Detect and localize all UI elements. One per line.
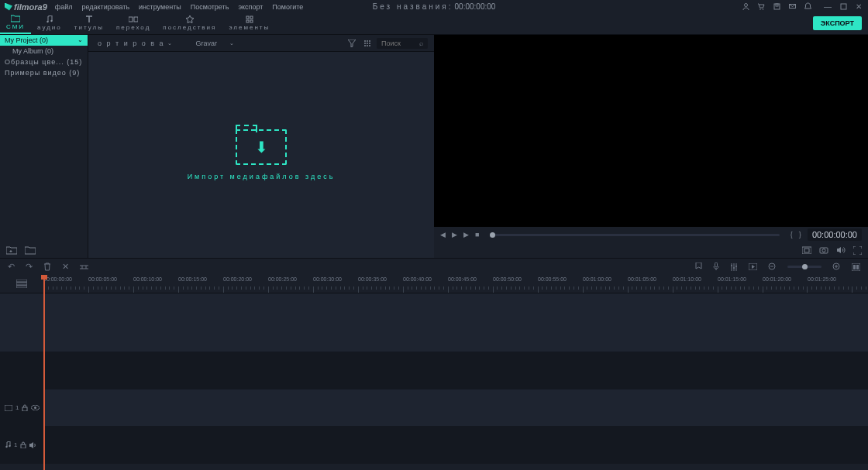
camera-icon[interactable] bbox=[819, 246, 828, 254]
save-icon[interactable] bbox=[772, 2, 781, 12]
menu-help[interactable]: Помогите bbox=[272, 3, 303, 11]
message-icon[interactable] bbox=[787, 2, 797, 12]
preview-panel: ◀ ▶ ▶ ■ { } 00:00:00:00 bbox=[434, 35, 868, 258]
seek-handle[interactable] bbox=[490, 232, 495, 238]
folder-icon[interactable] bbox=[25, 246, 36, 255]
snapshot-icon[interactable] bbox=[802, 246, 811, 254]
audio-track[interactable]: 1 bbox=[0, 427, 868, 464]
track-manager-icon[interactable] bbox=[16, 280, 27, 288]
redo-icon[interactable]: ↷ bbox=[26, 262, 33, 272]
zoom-slider[interactable] bbox=[787, 266, 822, 268]
tab-audio[interactable]: аудио bbox=[31, 12, 68, 34]
track-spacer-dark bbox=[0, 352, 868, 389]
ruler-label: 00:01:05:00 bbox=[628, 275, 673, 282]
sort-dropdown[interactable]: о р т и р о в а ⌄ bbox=[95, 39, 177, 47]
prev-frame-icon[interactable]: ◀ bbox=[440, 231, 446, 238]
svg-point-31 bbox=[735, 266, 737, 267]
svg-rect-25 bbox=[804, 249, 809, 252]
crop-icon[interactable] bbox=[80, 263, 88, 271]
mark-out-icon[interactable]: } bbox=[799, 231, 801, 238]
play-icon[interactable]: ▶ bbox=[452, 231, 457, 238]
ruler-label: 00:00:20:00 bbox=[223, 275, 268, 282]
menu-view[interactable]: Посмотреть bbox=[191, 3, 229, 11]
svg-rect-35 bbox=[852, 263, 860, 271]
speaker-icon[interactable] bbox=[29, 442, 37, 448]
render-icon[interactable] bbox=[749, 263, 757, 270]
zoom-handle[interactable] bbox=[802, 264, 808, 269]
sidebar-item-examples[interactable]: Примеры видео (9) bbox=[0, 67, 88, 78]
tabs-row: СМИ аудио титулы переход последствия эле… bbox=[0, 13, 868, 35]
transition-icon bbox=[129, 15, 138, 23]
video-track-num: 1 bbox=[16, 404, 19, 411]
minimize-icon[interactable]: — bbox=[823, 2, 832, 12]
audio-track-body[interactable] bbox=[43, 427, 868, 463]
ruler-label: 00:00:35:00 bbox=[358, 275, 403, 282]
sidebar-item-myproject[interactable]: My Project (0) ⌄ bbox=[0, 35, 88, 46]
preview-seek[interactable] bbox=[490, 234, 779, 236]
grid-view-icon[interactable] bbox=[363, 39, 371, 47]
eye-icon[interactable] bbox=[31, 405, 40, 410]
svg-rect-14 bbox=[250, 20, 253, 22]
marker-icon[interactable] bbox=[695, 262, 702, 271]
next-frame-icon[interactable]: ▶ bbox=[463, 231, 469, 238]
tab-elements[interactable]: элементы bbox=[222, 12, 276, 34]
cart-icon[interactable] bbox=[756, 2, 766, 12]
undo-icon[interactable]: ↶ bbox=[8, 262, 15, 272]
video-track-icon bbox=[5, 405, 12, 411]
svg-point-8 bbox=[50, 20, 52, 22]
zoom-out-icon[interactable] bbox=[768, 262, 777, 271]
ruler-label: 00:00:00:00 bbox=[43, 275, 88, 282]
zoom-in-icon[interactable] bbox=[832, 262, 841, 271]
tab-transition[interactable]: переход bbox=[110, 12, 157, 34]
timeline-ruler[interactable]: 00:00:00:0000:00:05:0000:00:10:0000:00:1… bbox=[43, 275, 868, 293]
stop-icon[interactable]: ■ bbox=[475, 231, 479, 238]
search-icon[interactable]: ⌕ bbox=[419, 39, 423, 47]
menu-tools[interactable]: инструменты bbox=[139, 3, 181, 11]
tab-media[interactable]: СМИ bbox=[0, 12, 31, 34]
zoom-fit-icon[interactable] bbox=[852, 263, 860, 271]
mark-in-icon[interactable]: { bbox=[790, 231, 793, 238]
ruler-label: 00:01:00:00 bbox=[583, 275, 628, 282]
menu-export[interactable]: экспорт bbox=[238, 3, 263, 11]
svg-rect-28 bbox=[715, 262, 718, 267]
split-icon[interactable]: ✕ bbox=[62, 262, 69, 272]
audio-track-label: 1 bbox=[0, 427, 43, 463]
volume-icon[interactable] bbox=[836, 246, 846, 254]
preview-screen bbox=[434, 35, 868, 227]
svg-rect-11 bbox=[246, 16, 249, 19]
tab-effects[interactable]: последствия bbox=[157, 12, 222, 34]
mixer-icon[interactable] bbox=[730, 263, 738, 271]
search-box[interactable]: ⌕ bbox=[377, 38, 428, 49]
menu-items: файл редактировать инструменты Посмотрет… bbox=[55, 3, 304, 11]
import-zone[interactable]: ⬇ Импорт медиафайлов здесь bbox=[88, 52, 434, 258]
menubar: filmora9 файл редактировать инструменты … bbox=[0, 0, 868, 13]
fullscreen-icon[interactable] bbox=[853, 246, 862, 255]
sidebar-item-myalbum[interactable]: My Album (0) bbox=[0, 46, 88, 57]
maximize-icon[interactable] bbox=[839, 2, 848, 12]
ruler-label: 00:00:50:00 bbox=[493, 275, 538, 282]
menu-file[interactable]: файл bbox=[55, 3, 73, 11]
lock-icon[interactable] bbox=[22, 404, 28, 411]
filter-icon[interactable] bbox=[348, 39, 356, 47]
lock-icon[interactable] bbox=[20, 441, 26, 448]
export-button[interactable]: ЭКСПОРТ bbox=[813, 16, 862, 30]
menu-edit[interactable]: редактировать bbox=[82, 3, 130, 11]
search-input[interactable] bbox=[381, 39, 417, 47]
svg-point-16 bbox=[367, 40, 368, 42]
delete-icon[interactable] bbox=[43, 262, 51, 271]
gravar-dropdown[interactable]: Gravar ⌄ bbox=[192, 39, 237, 47]
folder-icon bbox=[11, 15, 20, 22]
svg-point-20 bbox=[369, 43, 370, 44]
add-folder-icon[interactable] bbox=[6, 246, 17, 255]
ruler-label: 00:01:20:00 bbox=[763, 275, 808, 282]
mic-icon[interactable] bbox=[713, 262, 719, 271]
sidebar-item-samples[interactable]: Образцы цве... (15) bbox=[0, 57, 88, 67]
playhead[interactable] bbox=[43, 275, 45, 470]
bell-icon[interactable] bbox=[803, 2, 812, 12]
close-icon[interactable]: ✕ bbox=[854, 2, 863, 12]
video-track-body[interactable] bbox=[43, 389, 868, 426]
svg-rect-12 bbox=[250, 16, 253, 19]
account-icon[interactable] bbox=[741, 2, 750, 12]
tab-titles[interactable]: титулы bbox=[68, 12, 110, 34]
video-track[interactable]: 1 bbox=[0, 389, 868, 427]
